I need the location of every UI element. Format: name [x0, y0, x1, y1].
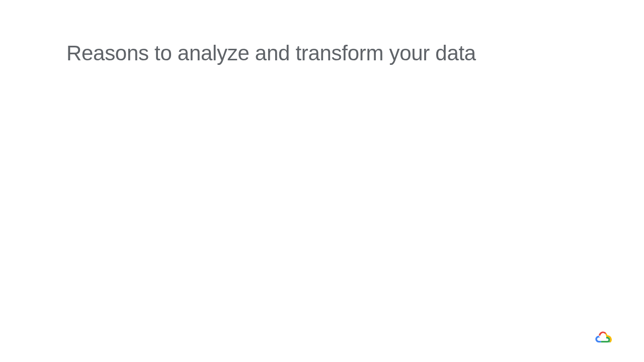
google-cloud-logo-icon — [594, 328, 612, 346]
slide-title: Reasons to analyze and transform your da… — [66, 41, 476, 65]
